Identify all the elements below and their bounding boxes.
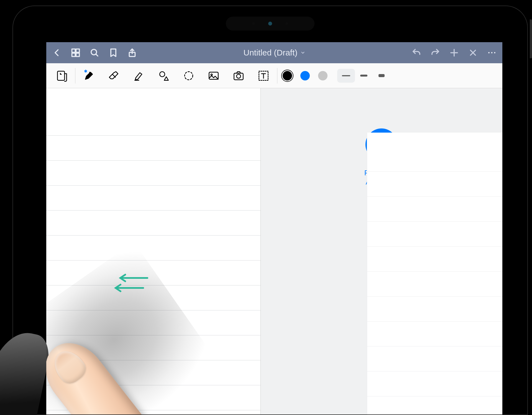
device-side-button: [530, 19, 532, 58]
svg-point-8: [494, 52, 495, 54]
stroke-medium-icon: [360, 75, 367, 77]
stroke-thick-icon: [378, 74, 385, 77]
stroke-medium-button[interactable]: [355, 69, 373, 83]
search-button[interactable]: [89, 48, 99, 58]
svg-rect-0: [72, 49, 75, 52]
ruled-line: [46, 135, 260, 136]
color-blue-button[interactable]: [296, 71, 314, 80]
color-black-button[interactable]: [278, 71, 296, 80]
more-button[interactable]: [487, 48, 497, 58]
stroke-thin-button[interactable]: [337, 69, 355, 83]
ruled-line: [46, 185, 260, 186]
titlebar: Untitled (Draft): [46, 42, 502, 63]
swipe-left-arrows-icon: [110, 272, 152, 295]
toolbar-separator: [75, 68, 75, 83]
camera-lens: [268, 22, 272, 26]
document-title-label: Untitled (Draft): [243, 48, 297, 57]
color-swatch-blue: [300, 71, 310, 80]
image-tool-button[interactable]: [201, 65, 226, 87]
current-page[interactable]: [46, 88, 261, 414]
svg-point-11: [160, 72, 165, 77]
camera-tool-button[interactable]: [226, 65, 251, 87]
pen-tool-button[interactable]: ✱: [76, 65, 101, 87]
svg-rect-2: [72, 53, 75, 57]
svg-point-6: [488, 52, 490, 54]
highlighter-tool-button[interactable]: [126, 65, 151, 87]
toolbar-separator: [277, 68, 277, 83]
app-screen: Untitled (Draft): [46, 42, 502, 414]
chevron-down-icon: [300, 50, 305, 55]
share-button[interactable]: [127, 48, 137, 58]
undo-button[interactable]: [411, 48, 421, 58]
eraser-tool-button[interactable]: [101, 65, 126, 87]
color-swatch-black: [283, 71, 292, 80]
ruled-line: [46, 235, 260, 236]
stroke-thick-button[interactable]: [373, 69, 390, 83]
back-button[interactable]: [52, 48, 62, 58]
svg-rect-9: [57, 71, 65, 80]
toolbar: ✱: [46, 63, 502, 88]
lasso-tool-button[interactable]: [176, 65, 201, 87]
svg-rect-1: [76, 49, 80, 52]
camera-island: [226, 17, 314, 31]
ruled-line: [46, 385, 260, 385]
grid-view-button[interactable]: [71, 48, 81, 58]
text-tool-button[interactable]: [251, 65, 276, 87]
shapes-tool-button[interactable]: [151, 65, 176, 87]
device-frame: Untitled (Draft): [0, 0, 532, 415]
ruled-line: [46, 285, 260, 285]
color-gray-button[interactable]: [314, 71, 332, 80]
redo-button[interactable]: [430, 48, 440, 58]
stylus-mode-button[interactable]: [468, 48, 478, 58]
ruled-line: [46, 335, 260, 335]
svg-point-16: [237, 74, 241, 78]
stroke-thin-icon: [342, 75, 350, 76]
color-swatch-gray: [318, 71, 328, 80]
add-button[interactable]: [449, 48, 459, 58]
next-page-preview: [367, 133, 502, 414]
ruled-line: [46, 160, 260, 161]
device-bezel: Untitled (Draft): [12, 6, 528, 415]
ruled-line: [46, 260, 260, 260]
canvas-area[interactable]: Release to Add Page: [46, 88, 502, 414]
document-title-button[interactable]: Untitled (Draft): [137, 48, 411, 57]
svg-text:✱: ✱: [84, 70, 88, 74]
svg-point-7: [491, 52, 493, 54]
ruled-line: [46, 210, 260, 211]
ruled-line: [46, 410, 260, 410]
page-tool-button[interactable]: [49, 65, 74, 87]
ruled-line: [46, 310, 260, 310]
new-page-reveal-area: Release to Add Page: [261, 88, 502, 414]
svg-rect-3: [76, 53, 80, 57]
svg-point-12: [185, 72, 193, 80]
holding-thumb: [0, 327, 53, 415]
svg-point-14: [211, 74, 213, 75]
bookmark-button[interactable]: [108, 48, 118, 58]
ruled-line: [46, 360, 260, 360]
